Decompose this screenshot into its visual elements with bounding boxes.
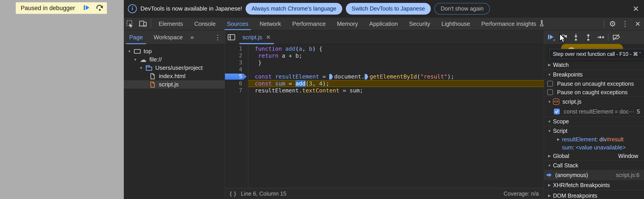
infobar-message: DevTools is now available in Japanese! (140, 5, 242, 12)
code-text[interactable]: function add(a, b) { (248, 45, 544, 52)
dom-breakpoints-section-header[interactable]: ▶ DOM Breakpoints (544, 190, 644, 199)
toolbar-right-controls: ⚙ ⋮ ✕ (602, 17, 644, 30)
scope-var-resultelement[interactable]: ▶ resultElement: div#result (544, 135, 644, 143)
tab-workspace[interactable]: Workspace (148, 30, 188, 44)
code-text[interactable]: } (248, 59, 544, 66)
main-toolbar: Elements Console Sources Network Perform… (124, 17, 644, 30)
tab-performance-insights[interactable]: Performance insights (476, 17, 550, 30)
section-label: XHR/fetch Breakpoints (553, 182, 610, 189)
tree-item-project-folder[interactable]: ▼ Users/user/project (124, 64, 225, 72)
line-number[interactable]: 3 (225, 59, 248, 66)
code-line-7: 7 resultElement.textContent = sum; (225, 87, 544, 94)
code-text[interactable]: const resultElement = document.getElemen… (248, 73, 544, 80)
editor-tab-script-js[interactable]: script.js ✕ (238, 30, 275, 44)
devtools-close-icon[interactable]: ✕ (632, 17, 644, 30)
tab-lighthouse[interactable]: Lighthouse (436, 17, 476, 30)
tab-page[interactable]: Page (124, 30, 148, 44)
paused-in-debugger-banner: Paused in debugger (16, 2, 107, 14)
scope-script-row[interactable]: ▼ Script (544, 126, 644, 135)
chevron-right-icon: ▶ (546, 194, 553, 198)
kebab-menu-icon[interactable]: ⋮ (619, 17, 632, 30)
line-number[interactable]: 6 (225, 80, 248, 87)
code-text[interactable]: const sum = add(3, 4); (248, 80, 544, 87)
tab-elements[interactable]: Elements (153, 17, 188, 30)
scope-global-row[interactable]: ▶ Global Window (544, 152, 644, 160)
device-toolbar-icon[interactable] (136, 17, 149, 30)
breakpoints-section-header[interactable]: ▼ Breakpoints (544, 70, 644, 79)
always-match-language-button[interactable]: Always match Chrome's language (246, 3, 342, 14)
tab-network[interactable]: Network (254, 17, 286, 30)
checkbox-checked[interactable] (554, 109, 560, 114)
watch-section-header[interactable]: ▶ Watch (544, 60, 644, 70)
tab-performance[interactable]: Performance (287, 17, 332, 30)
breakpoint-group-script-js[interactable]: ▼ <> script.js (544, 96, 644, 107)
tab-memory[interactable]: Memory (331, 17, 364, 30)
infobar-close-icon[interactable]: ✕ (628, 4, 644, 13)
pretty-print-icon[interactable]: { } (230, 191, 236, 197)
deactivate-breakpoints-button[interactable] (610, 31, 622, 43)
line-number[interactable]: 4 (225, 66, 248, 73)
breakpoint-marker[interactable]: 5 (225, 73, 248, 80)
deactivate-breakpoints-icon (612, 33, 620, 41)
code-editor[interactable]: 1 function add(a, b) { 2 return a + b; 3… (225, 44, 544, 188)
tree-item-index-html[interactable]: index.html (124, 72, 225, 80)
settings-gear-icon[interactable]: ⚙ (606, 17, 619, 30)
xhr-breakpoints-section-header[interactable]: ▶ XHR/fetch Breakpoints (544, 180, 644, 190)
tab-console[interactable]: Console (188, 17, 221, 30)
language-infobar: i DevTools is now available in Japanese!… (124, 0, 644, 17)
call-stack-section-header[interactable]: ▼ Call Stack (544, 160, 644, 170)
breakpoint-entry[interactable]: const resultElement = doc⋯ 5 (544, 107, 644, 116)
tab-application[interactable]: Application (364, 17, 403, 30)
toolbar-divider (604, 19, 604, 28)
tree-item-script-js[interactable]: script.js (124, 80, 225, 89)
line-number[interactable]: 2 (225, 52, 248, 59)
checkbox-unchecked[interactable] (547, 89, 553, 95)
colon: : (572, 144, 576, 151)
step-out-button[interactable] (582, 31, 594, 43)
more-tabs-icon[interactable]: » (188, 34, 196, 41)
toggle-navigator-icon[interactable] (225, 30, 238, 44)
breakpoint-group-label: script.js (562, 98, 582, 105)
line-number[interactable]: 7 (225, 87, 248, 94)
step-out-icon (584, 33, 592, 41)
step-into-button[interactable] (570, 31, 582, 43)
tree-item-label: script.js (159, 81, 179, 88)
checkbox-unchecked[interactable] (547, 81, 553, 87)
line-number[interactable]: 1 (225, 45, 248, 52)
section-label: Call Stack (553, 162, 578, 169)
tree-item-top[interactable]: ▼ top (124, 47, 225, 55)
tab-close-icon[interactable]: ✕ (266, 34, 271, 41)
tree-item-label: index.html (159, 73, 186, 80)
tree-item-file-protocol[interactable]: ▼ ☁ file:// (124, 55, 225, 64)
resume-button[interactable] (545, 31, 557, 43)
file-icon (148, 73, 157, 79)
chevron-down-icon: ▼ (546, 164, 553, 167)
code-text[interactable] (248, 66, 544, 73)
editor-tab-label: script.js (242, 34, 262, 41)
chevron-right-icon: ▶ (546, 183, 553, 187)
code-text[interactable]: return a + b; (248, 52, 544, 59)
tab-security[interactable]: Security (404, 17, 436, 30)
chevron-down-icon: ▼ (546, 120, 553, 123)
switch-devtools-japanese-button[interactable]: Switch DevTools to Japanese (346, 3, 431, 14)
chevron-down-icon: ▼ (546, 100, 553, 104)
scope-section-header[interactable]: ▼ Scope (544, 116, 644, 126)
breakpoint-snippet: const resultElement = doc⋯ (564, 108, 634, 115)
chevron-right-icon: ▶ (546, 63, 553, 67)
scope-global-label: Global (553, 153, 569, 159)
call-stack-frame[interactable]: (anonymous) script.js:6 (544, 170, 644, 180)
pause-uncaught-exceptions-row[interactable]: Pause on uncaught exceptions (544, 79, 644, 88)
step-button[interactable] (594, 31, 607, 43)
chevron-down-icon: ▼ (132, 58, 139, 61)
scope-var-sum[interactable]: sum: <value unavailable> (544, 143, 644, 152)
pause-caught-exceptions-row[interactable]: Pause on caught exceptions (544, 88, 644, 96)
navigator-menu-icon[interactable]: ⋮ (211, 33, 225, 41)
code-text[interactable]: resultElement.textContent = sum; (248, 87, 544, 94)
dont-show-again-button[interactable]: Don't show again (434, 3, 490, 14)
resume-script-button[interactable] (80, 3, 93, 13)
tab-sources[interactable]: Sources (221, 17, 254, 30)
tree-item-label: file:// (150, 56, 162, 63)
var-value-tag: div (600, 136, 607, 143)
inspect-icon[interactable] (124, 17, 136, 30)
step-over-button-overlay[interactable] (93, 3, 106, 13)
